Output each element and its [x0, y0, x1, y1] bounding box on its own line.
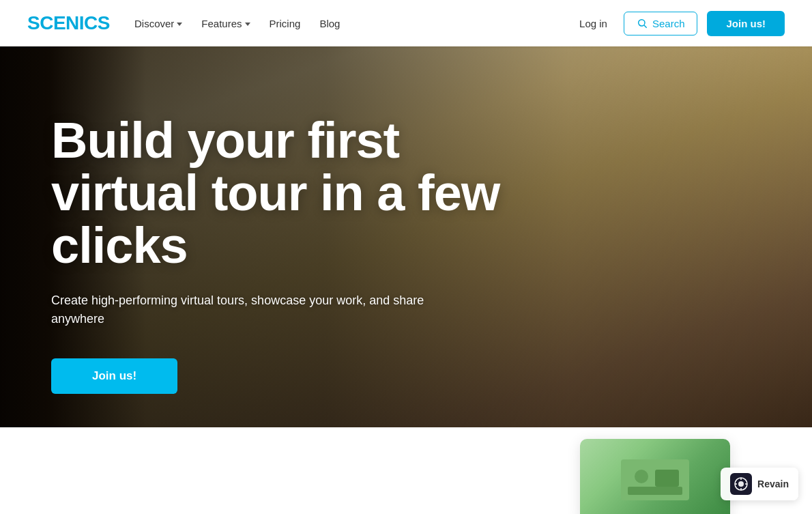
- svg-point-3: [635, 470, 648, 483]
- svg-point-7: [738, 481, 744, 487]
- hero-subtext: Create high-performing virtual tours, sh…: [51, 291, 433, 328]
- svg-rect-5: [628, 487, 682, 495]
- search-button[interactable]: Search: [624, 12, 698, 35]
- nav-join-button[interactable]: Join us!: [707, 11, 785, 36]
- nav-features[interactable]: Features: [201, 18, 250, 29]
- nav-discover[interactable]: Discover: [134, 18, 182, 29]
- svg-rect-4: [655, 470, 679, 487]
- below-hero-section: [0, 427, 812, 514]
- svg-line-1: [644, 25, 647, 28]
- navbar-left: SCENICS Discover Features Pricing Blog: [27, 12, 340, 34]
- login-button[interactable]: Log in: [572, 14, 614, 33]
- preview-thumbnail-icon: [621, 459, 689, 500]
- preview-card-image: [580, 439, 730, 514]
- svg-point-0: [639, 20, 645, 26]
- revain-logo-icon: [730, 473, 752, 495]
- preview-card: [580, 439, 730, 514]
- logo[interactable]: SCENICS: [27, 12, 110, 34]
- revain-badge[interactable]: Revain: [721, 468, 798, 500]
- hero-cta-button[interactable]: Join us!: [51, 358, 177, 394]
- nav-links: Discover Features Pricing Blog: [134, 18, 340, 29]
- hero-content: Build your first virtual tour in a few c…: [0, 46, 519, 394]
- search-icon: [637, 18, 648, 29]
- hero-headline: Build your first virtual tour in a few c…: [51, 115, 519, 272]
- nav-pricing[interactable]: Pricing: [270, 18, 301, 29]
- hero-section: Build your first virtual tour in a few c…: [0, 46, 812, 427]
- revain-icon: [734, 477, 748, 491]
- features-chevron-icon: [245, 23, 250, 26]
- navbar: SCENICS Discover Features Pricing Blog L…: [0, 0, 812, 46]
- nav-blog[interactable]: Blog: [319, 18, 340, 29]
- navbar-right: Log in Search Join us!: [572, 11, 785, 36]
- discover-chevron-icon: [177, 23, 182, 26]
